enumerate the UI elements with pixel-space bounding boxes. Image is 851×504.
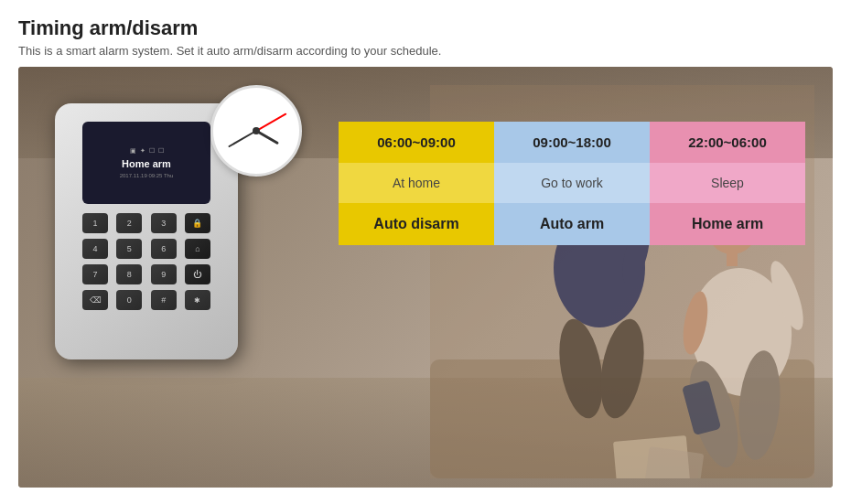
label-cell-2: Go to work (494, 163, 650, 203)
device-keypad-bottom: ⌫ 0 # ✱ (82, 290, 210, 310)
label-cell-1: At home (339, 163, 494, 203)
keypad-row-3: 7 8 9 ⏻ (82, 264, 210, 284)
device-screen-date: 2017.11.19 09:25 Thu (120, 173, 174, 178)
key-star[interactable]: ✱ (185, 290, 210, 310)
clock-second-hand (256, 113, 287, 131)
time-cell-3: 22:00~06:00 (650, 122, 805, 163)
key-1[interactable]: 1 (82, 213, 108, 233)
main-image: ▣✦☐☐ Home arm 2017.11.19 09:25 Thu 1 2 3… (18, 67, 833, 488)
action-cell-3: Home arm (650, 203, 805, 245)
key-9[interactable]: 9 (151, 264, 177, 284)
clock-center-dot (253, 127, 260, 134)
key-back[interactable]: ⌫ (82, 290, 108, 310)
device-home-arm-label: Home arm (122, 158, 171, 169)
clock-face (210, 85, 302, 177)
key-home[interactable]: ⌂ (185, 239, 210, 259)
time-label-2: 09:00~18:00 (533, 134, 611, 150)
device-keypad: 1 2 3 🔒 4 5 6 ⌂ 7 8 9 ⏻ ⌫ (82, 213, 210, 310)
time-label-3: 22:00~06:00 (688, 134, 767, 150)
keypad-row-2: 4 5 6 ⌂ (82, 239, 210, 259)
device-screen-icons: ▣✦☐☐ (130, 147, 164, 155)
svg-rect-13 (727, 250, 738, 266)
action-cell-2: Auto arm (494, 203, 650, 245)
schedule-time-row: 06:00~09:00 09:00~18:00 22:00~06:00 (339, 122, 805, 163)
key-3[interactable]: 3 (151, 213, 177, 233)
schedule-action-3: Home arm (692, 216, 763, 232)
page-subtitle: This is a smart alarm system. Set it aut… (18, 44, 833, 58)
action-cell-1: Auto disarm (339, 203, 494, 245)
schedule-action-row: Auto disarm Auto arm Home arm (339, 203, 805, 245)
key-power[interactable]: ⏻ (185, 264, 210, 284)
schedule-label-2: Go to work (541, 176, 603, 190)
key-0[interactable]: 0 (116, 290, 142, 310)
schedule-label-1: At home (393, 176, 440, 190)
key-lock[interactable]: 🔒 (185, 213, 210, 233)
schedule-table: 06:00~09:00 09:00~18:00 22:00~06:00 At h… (339, 122, 805, 245)
device-screen: ▣✦☐☐ Home arm 2017.11.19 09:25 Thu (82, 122, 210, 204)
schedule-label-row: At home Go to work Sleep (339, 163, 805, 203)
schedule-action-1: Auto disarm (373, 216, 458, 232)
key-8[interactable]: 8 (116, 264, 142, 284)
key-2[interactable]: 2 (116, 213, 142, 233)
clock-container (210, 85, 302, 177)
page-title: Timing arm/disarm (18, 16, 833, 40)
key-7[interactable]: 7 (82, 264, 108, 284)
label-cell-3: Sleep (650, 163, 805, 203)
keypad-row-1: 1 2 3 🔒 (82, 213, 210, 233)
time-cell-1: 06:00~09:00 (339, 122, 494, 163)
key-hash[interactable]: # (151, 290, 177, 310)
header-section: Timing arm/disarm This is a smart alarm … (18, 16, 833, 58)
time-label-1: 06:00~09:00 (377, 134, 456, 150)
schedule-action-2: Auto arm (540, 216, 604, 232)
key-5[interactable]: 5 (116, 239, 142, 259)
key-4[interactable]: 4 (82, 239, 108, 259)
schedule-label-3: Sleep (711, 176, 744, 190)
page-wrapper: Timing arm/disarm This is a smart alarm … (0, 0, 851, 504)
key-6[interactable]: 6 (151, 239, 177, 259)
time-cell-2: 09:00~18:00 (494, 122, 650, 163)
